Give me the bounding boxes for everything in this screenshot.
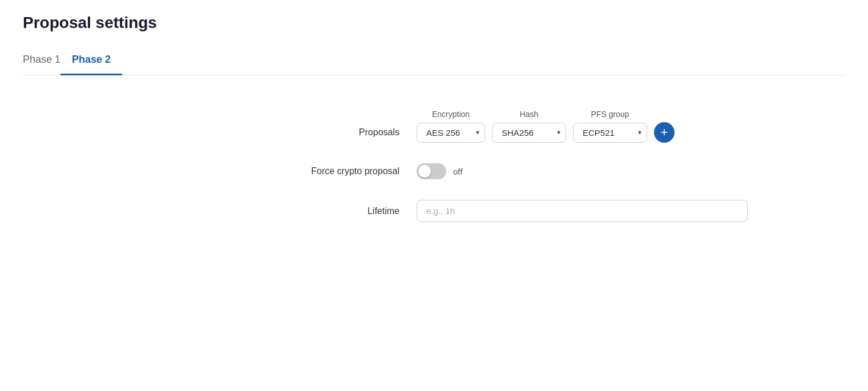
toggle-status: off — [453, 167, 462, 176]
col-header-encryption: Encryption — [417, 110, 485, 119]
main-content: Encryption Hash PFS group Proposals AES … — [251, 110, 845, 222]
add-proposal-button[interactable]: + — [654, 122, 675, 143]
form: Encryption Hash PFS group Proposals AES … — [251, 110, 845, 222]
pfs-select[interactable]: None DH2 DH5 DH14 ECP256 ECP384 ECP521 — [573, 123, 647, 143]
tab-phase2[interactable]: Phase 2 — [60, 48, 122, 75]
column-headers-row: Encryption Hash PFS group — [251, 110, 845, 119]
proposals-label: Proposals — [251, 127, 399, 138]
proposals-row: Proposals AES 128 AES 192 AES 256 3DES ▾ — [251, 122, 845, 143]
force-crypto-row: Force crypto proposal off — [251, 163, 845, 179]
toggle-thumb — [418, 165, 431, 178]
encryption-select[interactable]: AES 128 AES 192 AES 256 3DES — [417, 123, 485, 143]
tabs: Phase 1 Phase 2 — [23, 48, 845, 75]
lifetime-row: Lifetime — [251, 200, 845, 222]
force-crypto-label: Force crypto proposal — [251, 166, 399, 176]
lifetime-input[interactable] — [417, 200, 748, 222]
pfs-select-wrapper: None DH2 DH5 DH14 ECP256 ECP384 ECP521 ▾ — [573, 123, 647, 143]
hash-select[interactable]: MD5 SHA1 SHA256 SHA384 SHA512 — [492, 123, 566, 143]
hash-select-wrapper: MD5 SHA1 SHA256 SHA384 SHA512 ▾ — [492, 123, 566, 143]
page-title: Proposal settings — [23, 14, 845, 32]
toggle-container: off — [417, 163, 462, 179]
force-crypto-toggle[interactable] — [417, 163, 446, 179]
col-header-hash: Hash — [492, 110, 566, 119]
proposals-section: Encryption Hash PFS group Proposals AES … — [251, 110, 845, 143]
lifetime-label: Lifetime — [251, 206, 399, 216]
col-header-pfs: PFS group — [573, 110, 647, 119]
encryption-select-wrapper: AES 128 AES 192 AES 256 3DES ▾ — [417, 123, 485, 143]
